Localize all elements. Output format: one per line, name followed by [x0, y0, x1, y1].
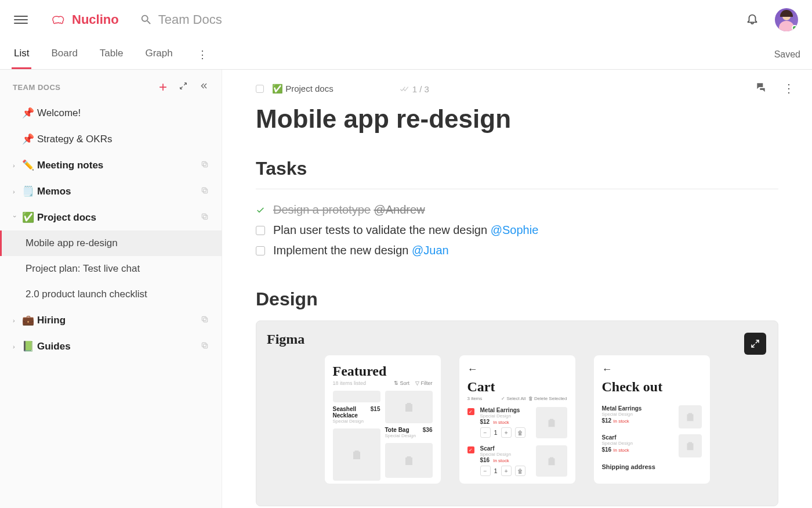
sidebar-child-project-plan[interactable]: Project plan: Test live chat [0, 256, 222, 282]
task-item[interactable]: Plan user tests to validate the new desi… [256, 220, 778, 240]
sidebar-item-meeting-notes[interactable]: › ✏️ Meeting notes [0, 152, 222, 178]
doc-title[interactable]: Mobile app re-design [256, 105, 778, 134]
copy-icon[interactable] [201, 315, 209, 326]
checkbox-unchecked[interactable] [256, 246, 265, 255]
svg-rect-0 [204, 163, 208, 167]
svg-rect-4 [204, 215, 208, 219]
tab-board[interactable]: Board [49, 39, 79, 69]
sidebar-item-guides[interactable]: › 📗 Guides [0, 333, 222, 359]
svg-rect-5 [202, 214, 206, 218]
sidebar-item-memos[interactable]: › 🗒️ Memos [0, 178, 222, 204]
task-progress: 1 / 3 [400, 84, 429, 94]
mockup-cart: ← Cart 3 items ✓ Select All 🗑 Delete Sel… [459, 355, 575, 484]
back-arrow-icon: ← [602, 363, 702, 376]
search-input[interactable]: Team Docs [140, 12, 222, 27]
sidebar-child-launch-checklist[interactable]: 2.0 product launch checklist [0, 282, 222, 307]
mockup-featured: Featured 18 items listed ⇅ Sort ▽ Filter… [325, 355, 441, 484]
brain-icon [51, 12, 67, 28]
sidebar-item-welcome[interactable]: › 📌 Welcome! [0, 100, 222, 126]
section-design-heading: Design [256, 289, 778, 310]
collapse-sidebar-button[interactable] [200, 81, 209, 93]
view-tabs-row: List Board Table Graph ⋮ Saved [0, 39, 812, 70]
breadcrumb-label: Project docs [285, 84, 334, 93]
sidebar-item-hiring[interactable]: › 💼 Hiring [0, 307, 222, 333]
section-tasks-heading: Tasks [256, 158, 778, 179]
doc-more-button[interactable]: ⋮ [783, 81, 795, 95]
notepad-icon: 🗒️ [22, 185, 32, 197]
chevron-double-left-icon [200, 81, 209, 91]
expand-icon [750, 338, 760, 349]
presence-dot [792, 25, 798, 31]
mockup-checkout: ← Check out Metal Earrings Special Desig… [594, 355, 710, 484]
app-name: Nuclino [72, 12, 119, 27]
tab-table[interactable]: Table [97, 39, 126, 69]
breadcrumb-checkbox-icon [256, 85, 264, 93]
chevron-right-icon: › [13, 317, 17, 324]
tab-more-button[interactable]: ⋮ [197, 48, 208, 61]
expand-button[interactable] [179, 81, 188, 93]
task-item[interactable]: Implement the new design @Juan [256, 240, 778, 261]
mention[interactable]: @Sophie [491, 224, 539, 236]
menu-button[interactable] [14, 13, 28, 27]
divider [256, 189, 778, 189]
topbar: Nuclino Team Docs [0, 0, 812, 39]
chevron-down-icon: › [12, 215, 19, 220]
bell-icon [746, 12, 759, 25]
chevron-right-icon: › [13, 343, 17, 350]
svg-rect-8 [204, 344, 208, 348]
copy-icon[interactable] [201, 186, 209, 197]
svg-rect-7 [202, 316, 206, 320]
pin-icon: 📌 [22, 133, 32, 145]
notifications-button[interactable] [746, 12, 759, 27]
tab-list[interactable]: List [12, 39, 31, 69]
tab-graph[interactable]: Graph [143, 39, 175, 69]
user-avatar[interactable] [775, 8, 798, 31]
task-item[interactable]: Design a prototype @Andrew [256, 200, 778, 220]
book-icon: 📗 [22, 340, 32, 352]
svg-rect-6 [204, 318, 208, 322]
search-icon [140, 13, 153, 26]
svg-rect-9 [202, 343, 206, 347]
pencil-icon: ✏️ [22, 159, 32, 171]
check-icon: ✅ [272, 84, 283, 93]
briefcase-icon: 💼 [22, 314, 32, 326]
copy-icon[interactable] [201, 160, 209, 171]
back-arrow-icon: ← [467, 363, 567, 376]
checkbox-checked[interactable] [256, 206, 265, 215]
save-status: Saved [774, 49, 800, 60]
svg-rect-2 [204, 189, 208, 193]
document-main: ⋮ ✅ Project docs 1 / 3 Mobile app re-des… [222, 70, 812, 508]
checkbox-unchecked[interactable] [256, 226, 265, 235]
sidebar: TEAM DOCS + › 📌 Welcome! › 📌 Strategy & … [0, 70, 222, 508]
search-placeholder: Team Docs [158, 12, 222, 27]
progress-icon [400, 86, 409, 92]
check-icon [256, 205, 265, 215]
mention[interactable]: @Juan [412, 244, 449, 257]
sidebar-child-mobile-redesign[interactable]: Mobile app re-design [0, 230, 222, 256]
breadcrumb[interactable]: ✅ Project docs 1 / 3 [256, 84, 778, 94]
svg-rect-3 [202, 188, 206, 192]
expand-icon [179, 81, 188, 91]
svg-rect-1 [202, 161, 206, 165]
add-item-button[interactable]: + [159, 80, 167, 94]
sidebar-item-project-docs[interactable]: › ✅ Project docs [0, 204, 222, 230]
pin-icon: 📌 [22, 107, 32, 119]
embed-expand-button[interactable] [744, 333, 766, 355]
chevron-right-icon: › [13, 162, 17, 169]
figma-embed[interactable]: Figma Featured 18 items listed ⇅ Sort ▽ … [256, 320, 778, 506]
sidebar-item-strategy[interactable]: › 📌 Strategy & OKRs [0, 126, 222, 152]
check-icon: ✅ [22, 211, 32, 224]
copy-icon[interactable] [201, 341, 209, 352]
app-logo[interactable]: Nuclino [51, 12, 119, 28]
mention[interactable]: @Andrew [374, 203, 425, 216]
chevron-right-icon: › [13, 188, 17, 195]
copy-icon[interactable] [201, 212, 209, 224]
figma-badge: Figma [267, 332, 767, 347]
comments-icon[interactable] [755, 81, 767, 93]
sidebar-title: TEAM DOCS [13, 83, 61, 92]
